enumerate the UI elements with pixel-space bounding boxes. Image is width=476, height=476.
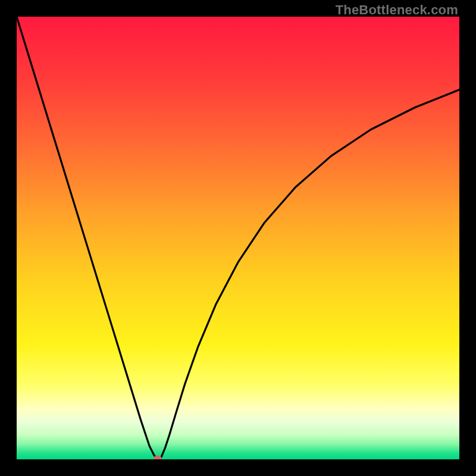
plot-area <box>17 17 459 459</box>
bottleneck-curve <box>17 17 459 459</box>
chart-frame: TheBottleneck.com <box>0 0 476 476</box>
curve-layer <box>17 17 459 459</box>
minimum-marker <box>154 456 162 460</box>
watermark-text: TheBottleneck.com <box>336 2 458 18</box>
